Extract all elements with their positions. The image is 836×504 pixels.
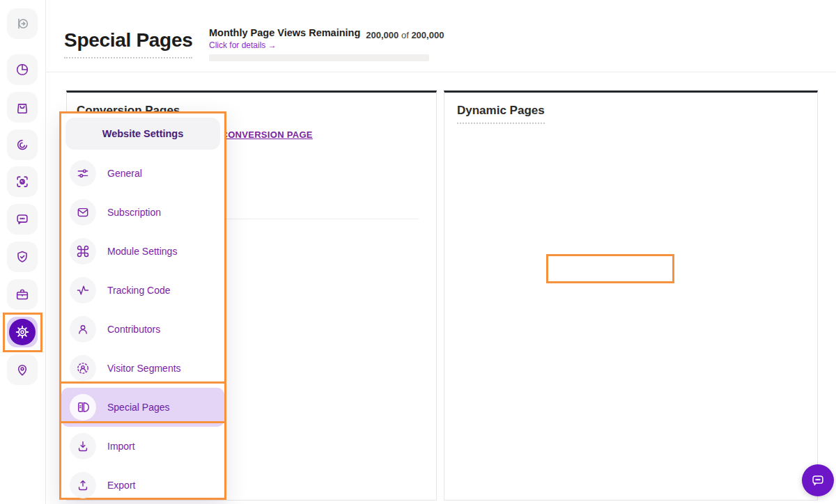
monthly-page-views: Monthly Page Views Remaining200,000 of 2… (209, 26, 444, 39)
flyout-item-visitor-segments[interactable]: Visitor Segments (61, 349, 224, 388)
pulse-icon (70, 277, 96, 304)
flyout-item-import[interactable]: Import (61, 427, 224, 466)
gear-icon (9, 319, 36, 345)
flyout-item-subscription[interactable]: Subscription (61, 193, 224, 232)
monthly-views-of: of (401, 30, 409, 40)
sidebar-item-spiral[interactable] (7, 129, 38, 160)
sidebar-item-bag[interactable] (7, 92, 38, 123)
flyout-item-export[interactable]: Export (61, 466, 224, 504)
click-for-details-link[interactable]: Click for details → (209, 40, 277, 50)
chat-fab-icon (810, 473, 826, 488)
flyout-item-label: Import (107, 441, 135, 452)
upload-icon (70, 472, 96, 498)
spiral-icon (15, 137, 30, 152)
sidebar-item-projects[interactable] (7, 279, 38, 310)
sidebar-item-analytics[interactable] (7, 54, 38, 85)
shopping-bag-icon (15, 100, 30, 115)
chat-bubble-icon (15, 212, 30, 227)
journal-icon (70, 394, 96, 420)
sidebar-expand-icon (15, 16, 30, 31)
flyout-item-general[interactable]: General (61, 154, 224, 193)
flyout-item-label: Subscription (107, 207, 161, 218)
header-divider (46, 72, 836, 72)
pie-chart-icon (15, 62, 30, 77)
sidebar-item-feedback[interactable] (7, 204, 38, 235)
support-chat-button[interactable] (802, 464, 834, 496)
envelope-icon (70, 199, 96, 226)
sidebar-item-settings[interactable] (7, 317, 38, 347)
sidebar-item-location[interactable] (7, 354, 38, 385)
location-pin-icon (15, 362, 30, 377)
monthly-views-total: 200,000 (411, 30, 444, 40)
shield-check-icon (15, 249, 30, 265)
flyout-item-label: Contributors (107, 324, 160, 335)
flyout-item-label: Module Settings (107, 246, 177, 257)
sidebar (0, 0, 46, 504)
briefcase-icon (15, 287, 30, 302)
monthly-views-current: 200,000 (366, 30, 398, 40)
page-views-progress-bar (209, 54, 429, 61)
sidebar-item-shield[interactable] (7, 242, 38, 272)
website-settings-flyout: Website Settings General Subscription Mo… (59, 111, 226, 500)
download-icon (70, 433, 96, 459)
person-icon (70, 316, 96, 342)
flyout-item-label: Export (107, 480, 135, 491)
sliders-icon (70, 160, 96, 187)
sidebar-item-scan[interactable] (7, 166, 38, 197)
sidebar-toggle-button[interactable] (7, 8, 38, 39)
monthly-views-label: Monthly Page Views Remaining (209, 27, 360, 38)
dynamic-pages-title: Dynamic Pages (457, 104, 545, 124)
flyout-item-tracking-code[interactable]: Tracking Code (61, 271, 224, 310)
flyout-title: Website Settings (65, 118, 220, 150)
app-window: Special Pages Monthly Page Views Remaini… (0, 0, 836, 504)
flyout-item-contributors[interactable]: Contributors (61, 310, 224, 349)
flyout-item-special-pages[interactable]: Special Pages (61, 388, 224, 427)
flyout-item-label: Visitor Segments (107, 363, 181, 374)
page-title: Special Pages (64, 29, 192, 58)
face-scan-icon (15, 174, 30, 189)
flyout-item-module-settings[interactable]: Module Settings (61, 232, 224, 271)
flyout-item-label: General (107, 168, 142, 179)
command-icon (70, 238, 96, 265)
person-dashed-icon (70, 355, 96, 381)
dynamic-pages-card: Dynamic Pages (444, 90, 818, 501)
flyout-item-label: Tracking Code (107, 285, 171, 296)
flyout-item-label: Special Pages (107, 402, 170, 413)
